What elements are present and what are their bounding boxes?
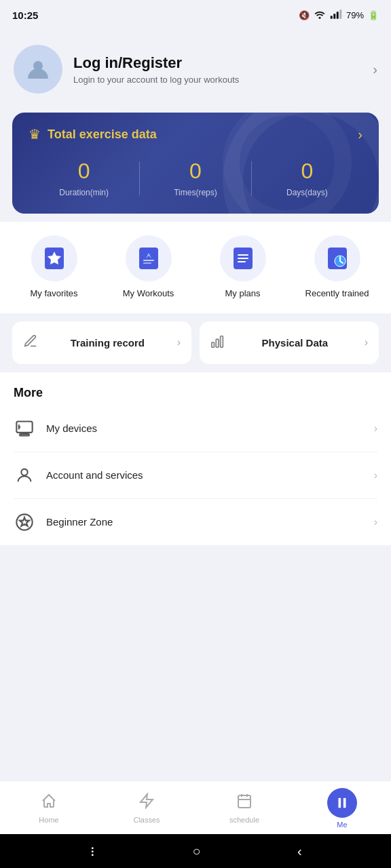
svg-rect-31 — [339, 798, 341, 808]
svg-rect-17 — [216, 339, 219, 347]
menu-item-beginner[interactable]: Beginner Zone › — [14, 499, 377, 545]
devices-chevron-icon: › — [374, 422, 377, 435]
plans-label: My plans — [225, 288, 260, 300]
user-icon — [26, 57, 50, 81]
classes-label: Classes — [133, 816, 160, 824]
login-subtitle: Login to your account to log your workou… — [73, 75, 362, 85]
svg-point-24 — [21, 469, 27, 475]
status-bar: 10:25 🔇 79% 🔋 — [0, 0, 391, 27]
svg-rect-7 — [139, 248, 158, 269]
crown-icon: ♛ — [29, 126, 41, 142]
svg-rect-11 — [238, 254, 248, 256]
schedule-icon — [236, 793, 253, 813]
physical-data-icon — [210, 334, 225, 352]
account-chevron-icon: › — [374, 469, 377, 481]
stat-divider-2 — [251, 161, 252, 195]
svg-rect-27 — [238, 795, 250, 808]
login-text: Log in/Register Login to your account to… — [73, 54, 362, 85]
stat-duration-value: 0 — [29, 159, 139, 184]
actions-grid: My favorites My Workouts — [7, 235, 384, 300]
nav-schedule[interactable]: schedule — [196, 793, 293, 824]
plans-icon-wrap — [220, 235, 266, 281]
action-favorites[interactable]: My favorites — [17, 235, 92, 300]
menu-item-devices[interactable]: My devices › — [14, 406, 377, 452]
account-label: Account and services — [46, 469, 363, 481]
android-back-icon[interactable]: ‹ — [297, 844, 302, 859]
menu-item-account[interactable]: Account and services › — [14, 452, 377, 499]
exercise-card[interactable]: ♛ Total exercise data › 0 Duration(min) … — [12, 113, 379, 214]
action-recent[interactable]: Recently trained — [300, 235, 375, 300]
stat-duration-label: Duration(min) — [29, 188, 139, 197]
card-title: Total exercise data — [48, 127, 157, 142]
nav-classes[interactable]: Classes — [98, 793, 196, 824]
card-title-row: ♛ Total exercise data — [29, 126, 157, 142]
more-section: More My devices › Accoun — [0, 372, 391, 545]
svg-rect-16 — [212, 342, 215, 347]
main-content: Log in/Register Login to your account to… — [0, 27, 391, 781]
svg-rect-4 — [339, 9, 341, 19]
home-label: Home — [39, 816, 58, 824]
avatar — [14, 45, 62, 94]
account-icon — [14, 465, 35, 486]
battery-text: 79% — [346, 10, 364, 20]
record-row: Training record › Physical Data › — [12, 321, 379, 364]
mute-icon: 🔇 — [299, 10, 310, 20]
plans-icon — [231, 246, 255, 271]
recent-label: Recently trained — [305, 288, 369, 300]
physical-data-button[interactable]: Physical Data › — [200, 321, 379, 364]
stat-days: 0 Days(days) — [252, 159, 362, 197]
favorites-icon-wrap — [31, 235, 77, 281]
more-title: More — [14, 372, 377, 406]
workouts-icon — [136, 246, 161, 271]
beginner-icon — [14, 511, 35, 533]
android-nav-bar: ⫶ ○ ‹ — [0, 834, 391, 868]
svg-rect-8 — [143, 260, 154, 261]
stat-duration: 0 Duration(min) — [29, 159, 139, 197]
stat-days-value: 0 — [252, 159, 362, 184]
favorites-icon — [42, 246, 67, 271]
beginner-label: Beginner Zone — [46, 516, 363, 528]
card-chevron-icon: › — [358, 127, 362, 142]
me-label: Me — [337, 821, 347, 829]
workouts-label: My Workouts — [123, 288, 174, 300]
status-time: 10:25 — [12, 9, 38, 21]
stat-times-label: Times(reps) — [140, 188, 250, 197]
android-menu-icon[interactable]: ⫶ — [89, 844, 96, 859]
schedule-label: schedule — [229, 816, 259, 824]
wifi-icon — [314, 9, 326, 21]
action-workouts[interactable]: My Workouts — [111, 235, 186, 300]
login-section[interactable]: Log in/Register Login to your account to… — [0, 34, 391, 104]
me-active-circle — [327, 788, 357, 818]
physical-data-label: Physical Data — [232, 337, 358, 349]
android-home-icon[interactable]: ○ — [193, 844, 201, 859]
recent-icon-wrap — [314, 235, 360, 281]
stat-times-value: 0 — [140, 159, 250, 184]
status-icons: 🔇 79% 🔋 — [299, 9, 379, 21]
svg-rect-12 — [238, 258, 248, 259]
stat-days-label: Days(days) — [252, 188, 362, 197]
svg-rect-9 — [143, 262, 151, 264]
svg-rect-13 — [238, 261, 246, 262]
action-plans[interactable]: My plans — [206, 235, 280, 300]
stats-row: 0 Duration(min) 0 Times(reps) 0 Days(day… — [29, 159, 362, 197]
nav-home[interactable]: Home — [0, 793, 98, 824]
me-pause-icon — [335, 795, 350, 810]
signal-icon — [330, 9, 342, 21]
svg-marker-26 — [141, 794, 153, 808]
svg-rect-3 — [337, 12, 339, 19]
training-record-chevron-icon: › — [177, 336, 181, 349]
svg-rect-1 — [331, 16, 333, 19]
quick-actions: My favorites My Workouts — [0, 222, 391, 313]
training-record-button[interactable]: Training record › — [12, 321, 191, 364]
workouts-icon-wrap — [126, 235, 172, 281]
svg-point-0 — [318, 16, 320, 18]
home-icon — [41, 793, 57, 813]
bottom-nav: Home Classes schedule Me — [0, 781, 391, 834]
battery-icon: 🔋 — [368, 10, 379, 20]
svg-rect-18 — [221, 336, 223, 348]
stat-times: 0 Times(reps) — [140, 159, 250, 197]
card-header: ♛ Total exercise data › — [29, 126, 362, 142]
svg-rect-2 — [333, 14, 335, 19]
training-record-icon — [23, 334, 38, 352]
nav-me[interactable]: Me — [293, 788, 391, 829]
